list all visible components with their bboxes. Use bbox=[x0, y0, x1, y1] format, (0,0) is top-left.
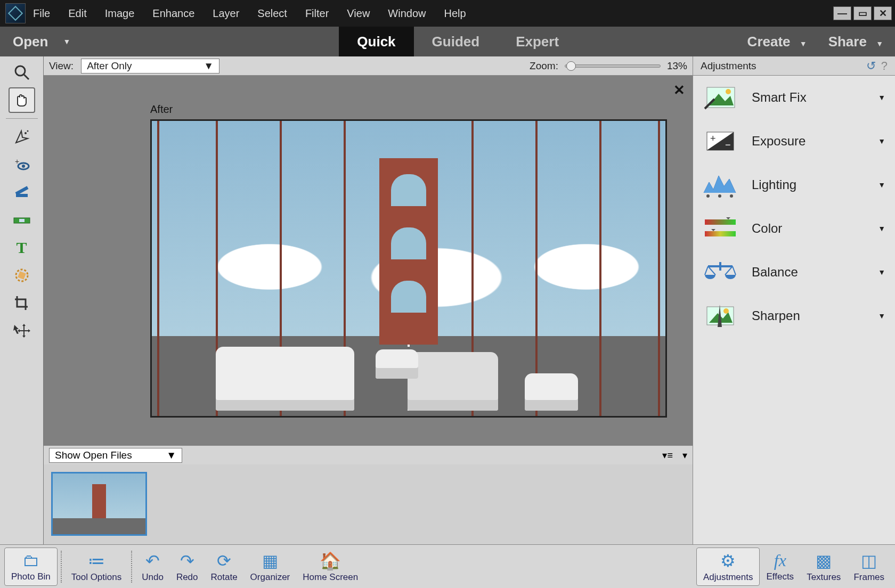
textures-icon: ▩ bbox=[816, 551, 832, 571]
photo-bin-button[interactable]: 🗀 Photo Bin bbox=[4, 548, 58, 586]
menu-image[interactable]: Image bbox=[105, 7, 135, 20]
zoom-thumb[interactable] bbox=[566, 61, 576, 71]
organizer-button[interactable]: ▦ Organizer bbox=[244, 548, 297, 586]
close-window-button[interactable]: ✕ bbox=[874, 6, 892, 20]
chevron-down-icon: ▼ bbox=[878, 137, 885, 145]
whiten-teeth-tool[interactable] bbox=[9, 179, 35, 205]
mode-bar: Open ▼ Quick Guided Expert Create ▼ Shar… bbox=[0, 27, 895, 56]
photobin-dropdown[interactable]: Show Open Files ▼ bbox=[49, 448, 182, 463]
zoom-label: Zoom: bbox=[530, 60, 558, 72]
right-dropdowns: Create ▼ Share ▼ bbox=[747, 27, 895, 56]
sharpen-icon bbox=[703, 303, 738, 329]
crop-tool[interactable] bbox=[9, 290, 35, 316]
menu-enhance[interactable]: Enhance bbox=[152, 7, 194, 20]
button-label: Adjustments bbox=[703, 572, 753, 583]
share-dropdown[interactable]: Share ▼ bbox=[828, 34, 883, 50]
thumbnail[interactable] bbox=[51, 472, 147, 536]
create-dropdown[interactable]: Create ▼ bbox=[747, 34, 807, 50]
svg-point-2 bbox=[25, 132, 27, 134]
photobin-menu-icon[interactable]: ▾≡ bbox=[662, 450, 673, 461]
adjustments-title: Adjustments bbox=[701, 60, 756, 72]
button-label: Rotate bbox=[211, 572, 238, 583]
document-canvas[interactable] bbox=[150, 119, 667, 418]
menu-help[interactable]: Help bbox=[444, 7, 466, 20]
photobin-collapse-icon[interactable]: ▾ bbox=[682, 450, 687, 461]
adjustments-button[interactable]: ⚙ Adjustments bbox=[696, 548, 760, 586]
minimize-button[interactable]: — bbox=[833, 6, 851, 20]
adjust-lighting[interactable]: Lighting ▼ bbox=[693, 163, 895, 207]
svg-marker-26 bbox=[726, 217, 730, 219]
undo-button[interactable]: ↶ Undo bbox=[135, 548, 170, 586]
svg-line-30 bbox=[705, 266, 708, 275]
redeye-tool[interactable]: + bbox=[9, 152, 35, 177]
chevron-down-icon: ▼ bbox=[800, 39, 807, 48]
adjust-exposure[interactable]: +− Exposure ▼ bbox=[693, 119, 895, 163]
spot-heal-tool[interactable] bbox=[9, 263, 35, 288]
adjust-balance[interactable]: Balance ▼ bbox=[693, 250, 895, 294]
separator bbox=[61, 551, 62, 583]
help-icon[interactable]: ? bbox=[881, 59, 888, 73]
redo-icon: ↷ bbox=[180, 551, 194, 571]
quick-select-tool[interactable] bbox=[9, 124, 35, 150]
hand-tool[interactable] bbox=[9, 87, 35, 113]
straighten-tool[interactable] bbox=[9, 207, 35, 233]
chevron-down-icon: ▼ bbox=[878, 224, 885, 233]
sliders-icon: ⚙ bbox=[720, 551, 736, 571]
title-bar: File Edit Image Enhance Layer Select Fil… bbox=[0, 0, 895, 27]
menu-edit[interactable]: Edit bbox=[68, 7, 86, 20]
chevron-down-icon: ▼ bbox=[878, 268, 885, 276]
fx-icon: fx bbox=[774, 551, 786, 570]
photobin-value: Show Open Files bbox=[55, 450, 132, 461]
svg-point-3 bbox=[27, 130, 28, 132]
reset-icon[interactable]: ↺ bbox=[866, 59, 876, 73]
tab-quick[interactable]: Quick bbox=[339, 27, 413, 56]
adjust-sharpen[interactable]: Sharpen ▼ bbox=[693, 294, 895, 338]
effects-button[interactable]: fx Effects bbox=[760, 548, 800, 586]
chevron-down-icon: ▼ bbox=[878, 312, 885, 320]
maximize-button[interactable]: ▭ bbox=[853, 6, 872, 20]
textures-button[interactable]: ▩ Textures bbox=[800, 548, 847, 586]
after-label: After bbox=[150, 103, 173, 116]
view-bar: View: After Only ▼ Zoom: 13% bbox=[44, 56, 693, 76]
button-label: Effects bbox=[766, 571, 794, 582]
home-button[interactable]: 🏠 Home Screen bbox=[296, 548, 364, 586]
move-tool[interactable] bbox=[9, 318, 35, 344]
menu-file[interactable]: File bbox=[33, 7, 50, 20]
adjust-smartfix[interactable]: Smart Fix ▼ bbox=[693, 76, 895, 119]
menu-window[interactable]: Window bbox=[388, 7, 426, 20]
close-document-button[interactable]: ✕ bbox=[673, 82, 685, 99]
menu-select[interactable]: Select bbox=[257, 7, 287, 20]
svg-point-21 bbox=[706, 194, 710, 198]
adjustments-panel: Adjustments ↺ ? Smart Fix ▼ +− Exposure … bbox=[693, 56, 895, 544]
redo-button[interactable]: ↷ Redo bbox=[170, 548, 205, 586]
svg-marker-20 bbox=[704, 176, 736, 193]
svg-text:−: − bbox=[725, 140, 731, 150]
zoom-slider[interactable] bbox=[565, 64, 661, 68]
open-label: Open bbox=[13, 34, 48, 50]
text-tool[interactable]: T bbox=[9, 235, 35, 260]
zoom-tool[interactable] bbox=[9, 60, 35, 85]
svg-line-33 bbox=[733, 266, 736, 275]
menu-layer[interactable]: Layer bbox=[213, 7, 239, 20]
menu-view[interactable]: View bbox=[347, 7, 370, 20]
lighting-icon bbox=[703, 172, 738, 198]
button-label: Undo bbox=[142, 572, 164, 583]
chevron-down-icon: ▼ bbox=[63, 37, 70, 46]
frames-button[interactable]: ◫ Frames bbox=[847, 548, 891, 586]
zoom-controls: Zoom: 13% bbox=[530, 60, 687, 72]
button-label: Frames bbox=[853, 572, 884, 583]
tool-options-button[interactable]: ≔ Tool Options bbox=[65, 548, 128, 586]
view-dropdown[interactable]: After Only ▼ bbox=[81, 59, 219, 74]
chevron-down-icon: ▼ bbox=[878, 181, 885, 189]
menu-filter[interactable]: Filter bbox=[305, 7, 329, 20]
open-dropdown[interactable]: Open ▼ bbox=[0, 27, 83, 56]
tab-guided[interactable]: Guided bbox=[414, 27, 498, 56]
tool-palette: + T bbox=[0, 56, 44, 544]
adjust-color[interactable]: Color ▼ bbox=[693, 207, 895, 250]
adjust-label: Sharpen bbox=[752, 308, 800, 323]
tab-expert[interactable]: Expert bbox=[498, 27, 577, 56]
separator bbox=[131, 551, 132, 583]
rotate-button[interactable]: ⟳ Rotate bbox=[205, 548, 244, 586]
svg-rect-24 bbox=[705, 219, 736, 225]
view-value: After Only bbox=[87, 60, 132, 72]
